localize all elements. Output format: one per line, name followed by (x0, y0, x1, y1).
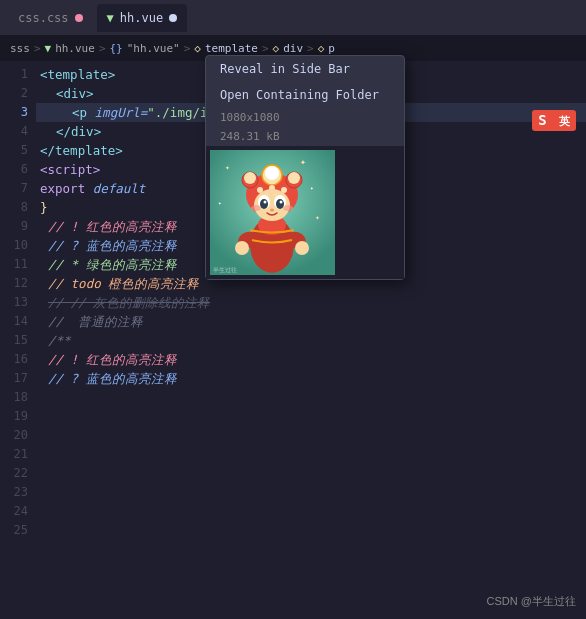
ctx-dimensions: 1080x1080 (206, 108, 404, 127)
svg-point-24 (280, 201, 283, 204)
svg-text:✿: ✿ (265, 191, 268, 197)
s-badge-text: 英 (559, 115, 570, 128)
code-line-19: // 普通的注释 (36, 312, 586, 331)
svg-point-12 (265, 166, 279, 180)
anime-illustration: ✦ ✦ ✦ ✦ ✦ (210, 150, 335, 275)
breadcrumb-obj-icon: {} (110, 42, 123, 55)
context-menu[interactable]: Reveal in Side Bar Open Containing Folde… (205, 55, 405, 280)
svg-point-31 (295, 241, 309, 255)
breadcrumb-div: div (283, 42, 303, 55)
svg-point-26 (283, 205, 293, 211)
ctx-reveal-sidebar[interactable]: Reveal in Side Bar (206, 56, 404, 82)
svg-text:✦: ✦ (300, 156, 306, 167)
image-preview: ✦ ✦ ✦ ✦ ✦ (210, 150, 335, 275)
svg-point-23 (264, 201, 267, 204)
svg-point-14 (288, 172, 300, 184)
code-line-24: // ! 红色的高亮注释 (36, 350, 586, 369)
vue-tab-dot (169, 14, 177, 22)
svg-point-22 (276, 199, 284, 209)
tab-bar: css.css ▼ hh.vue (0, 0, 586, 35)
breadcrumb-template: template (205, 42, 258, 55)
svg-point-21 (260, 199, 268, 209)
s-badge: S 英 (532, 110, 576, 131)
ctx-open-folder[interactable]: Open Containing Folder (206, 82, 404, 108)
svg-text:✦: ✦ (218, 199, 222, 206)
tab-css[interactable]: css.css (8, 4, 93, 32)
breadcrumb-p-icon: ◇ (318, 42, 325, 55)
code-line-18: // // 灰色的删除线的注释 (36, 293, 586, 312)
svg-point-13 (244, 172, 256, 184)
s-badge-letter: S (538, 112, 546, 128)
css-tab-dot (75, 14, 83, 22)
svg-point-27 (270, 209, 274, 212)
svg-text:✦: ✦ (225, 163, 230, 172)
svg-point-30 (235, 241, 249, 255)
breadcrumb-template-icon: ◇ (194, 42, 201, 55)
css-tab-label: css.css (18, 11, 69, 25)
breadcrumb-hhvue: hh.vue (55, 42, 95, 55)
vue-tab-icon: ▼ (107, 11, 114, 25)
svg-text:半生过往: 半生过往 (213, 267, 237, 273)
breadcrumb-sss: sss (10, 42, 30, 55)
breadcrumb-hhvue2: "hh.vue" (127, 42, 180, 55)
svg-text:✦: ✦ (310, 184, 314, 191)
breadcrumb-vue-icon: ▼ (45, 42, 52, 55)
tab-vue[interactable]: ▼ hh.vue (97, 4, 188, 32)
watermark-text: CSDN @半生过往 (487, 595, 576, 607)
vue-tab-label: hh.vue (120, 11, 163, 25)
watermark: CSDN @半生过往 (487, 594, 576, 609)
svg-text:✦: ✦ (315, 213, 320, 222)
breadcrumb-p: p (328, 42, 335, 55)
svg-text:✿: ✿ (273, 191, 276, 197)
breadcrumb-div-icon: ◇ (273, 42, 280, 55)
code-line-25: // ? 蓝色的高亮注释 (36, 369, 586, 388)
ctx-filesize: 248.31 kB (206, 127, 404, 146)
code-line-23: /** (36, 331, 586, 350)
svg-point-25 (251, 205, 261, 211)
line-numbers: 1 2 3 4 5 6 7 8 9 10 11 12 13 14 15 16 1… (0, 61, 36, 619)
